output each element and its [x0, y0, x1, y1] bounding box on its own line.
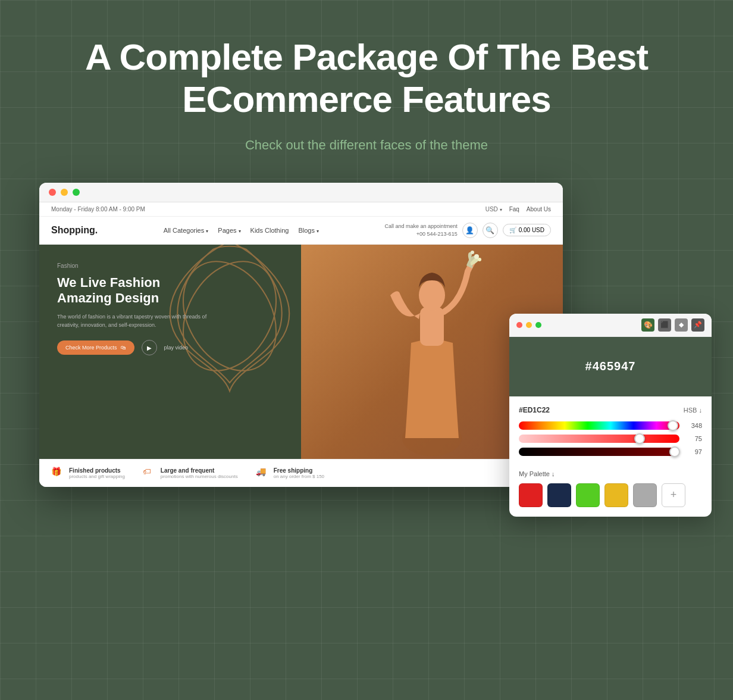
- site-navbar: Shopping. All Categories ▾ Pages ▾ Kids …: [39, 217, 563, 245]
- color-picker-topbar: 🎨 ⬛ ◆ 📌: [509, 314, 712, 337]
- color-picker-popup: 🎨 ⬛ ◆ 📌 #465947 #ED1C22 HSB ↓: [509, 314, 712, 517]
- bag-icon: 🛍: [121, 345, 126, 351]
- cp-top-icons: 🎨 ⬛ ◆ 📌: [641, 318, 704, 332]
- cart-amount: 0.00 USD: [519, 227, 544, 233]
- tag-icon: 🏷: [143, 467, 156, 480]
- picker-header: #ED1C22 HSB ↓: [519, 406, 702, 414]
- site-logo[interactable]: Shopping.: [51, 225, 98, 236]
- footer-text-1: Large and frequent promotions with numer…: [161, 467, 238, 479]
- faq-link[interactable]: Faq: [509, 206, 519, 212]
- swatch-green[interactable]: [576, 483, 600, 507]
- browser-window: Monday - Friday 8:00 AM - 9:00 PM USD ▾ …: [39, 183, 563, 487]
- palette-swatches: +: [519, 483, 702, 507]
- svg-point-2: [419, 280, 445, 311]
- swatch-yellow[interactable]: [604, 483, 628, 507]
- page-subtitle: Check out the different faces of the the…: [24, 138, 709, 153]
- swatch-navy[interactable]: [547, 483, 571, 507]
- footer-text-0: Finished products products and gift wrap…: [69, 467, 125, 479]
- add-swatch-button[interactable]: +: [662, 483, 685, 507]
- currency-arrow: ▾: [500, 207, 502, 212]
- play-video-label: play video: [164, 345, 189, 351]
- eyedropper-icon[interactable]: 🎨: [641, 318, 654, 332]
- brightness-slider-row: 97: [519, 448, 702, 456]
- svg-point-3: [474, 254, 479, 259]
- site-contact: Call and make an appointment +00 544-213…: [385, 223, 458, 238]
- svg-point-4: [471, 251, 474, 254]
- truck-icon: 🚚: [256, 467, 269, 480]
- currency-selector[interactable]: USD ▾: [485, 206, 502, 212]
- cp-dot-red[interactable]: [516, 322, 522, 328]
- footer-item-0: 🎁 Finished products products and gift wr…: [51, 467, 125, 480]
- hero-description: The world of fashion is a vibrant tapest…: [57, 313, 224, 329]
- browser-container: Monday - Friday 8:00 AM - 9:00 PM USD ▾ …: [39, 183, 694, 487]
- palette-header[interactable]: My Palette ↓: [519, 470, 702, 477]
- site-right: Call and make an appointment +00 544-213…: [385, 223, 551, 238]
- hero-heading: We Live Fashion Amazing Design: [57, 275, 283, 307]
- site-nav-links: All Categories ▾ Pages ▾ Kids Clothing B…: [164, 227, 319, 234]
- hero-left: Fashion We Live Fashion Amazing Design T…: [39, 245, 301, 459]
- brightness-value: 97: [685, 448, 702, 455]
- cart-button[interactable]: 🛒 0.00 USD: [503, 224, 551, 236]
- brightness-thumb[interactable]: [669, 446, 680, 457]
- saturation-slider-row: 75: [519, 435, 702, 443]
- cp-dot-green[interactable]: [535, 322, 541, 328]
- svg-point-5: [478, 258, 481, 261]
- saturation-thumb[interactable]: [634, 433, 645, 444]
- browser-dot-green[interactable]: [73, 189, 80, 196]
- search-icon-btn[interactable]: 🔍: [483, 223, 498, 238]
- play-button[interactable]: ▶: [142, 340, 157, 355]
- layers-icon[interactable]: ⬛: [658, 318, 671, 332]
- browser-dot-red[interactable]: [49, 189, 56, 196]
- site-topbar: Monday - Friday 8:00 AM - 9:00 PM USD ▾ …: [39, 202, 563, 217]
- cp-dot-yellow[interactable]: [526, 322, 532, 328]
- check-more-products-button[interactable]: Check More Products 🛍: [57, 340, 134, 355]
- topbar-right: USD ▾ Faq About Us: [485, 206, 551, 212]
- browser-bar: [39, 183, 563, 202]
- nav-blogs[interactable]: Blogs ▾: [298, 227, 319, 234]
- site-hero: Fashion We Live Fashion Amazing Design T…: [39, 245, 563, 459]
- site-footer-bar: 🎁 Finished products products and gift wr…: [39, 459, 563, 487]
- swatch-red[interactable]: [519, 483, 543, 507]
- hero-figure-svg: [366, 248, 497, 456]
- footer-item-1: 🏷 Large and frequent promotions with num…: [143, 467, 238, 480]
- footer-item-2: 🚚 Free shipping on any order from $ 150: [256, 467, 324, 480]
- picker-mode-selector[interactable]: HSB ↓: [684, 407, 702, 414]
- saturation-slider[interactable]: [519, 435, 679, 443]
- gift-icon: 🎁: [51, 467, 64, 480]
- cart-icon: 🛒: [509, 227, 516, 233]
- nav-all-categories[interactable]: All Categories ▾: [164, 227, 209, 234]
- nav-kids-clothing[interactable]: Kids Clothing: [250, 227, 289, 234]
- pin-icon[interactable]: 📌: [691, 318, 704, 332]
- palette-section: My Palette ↓ +: [509, 470, 712, 517]
- hue-value: 348: [685, 422, 702, 429]
- about-link[interactable]: About Us: [527, 206, 551, 212]
- brightness-slider[interactable]: [519, 448, 679, 456]
- shapes-icon[interactable]: ◆: [675, 318, 688, 332]
- user-icon-btn[interactable]: 👤: [462, 223, 478, 238]
- page-title: A Complete Package Of The Best ECommerce…: [24, 36, 709, 121]
- color-display-area: #465947: [509, 337, 712, 396]
- hero-actions: Check More Products 🛍 ▶ play video: [57, 340, 283, 355]
- hue-slider-row: 348: [519, 421, 702, 430]
- footer-text-2: Free shipping on any order from $ 150: [274, 467, 324, 479]
- hue-thumb[interactable]: [668, 420, 678, 431]
- nav-pages[interactable]: Pages ▾: [218, 227, 240, 234]
- hue-slider[interactable]: [519, 421, 679, 430]
- browser-dot-yellow[interactable]: [61, 189, 68, 196]
- swatch-gray[interactable]: [633, 483, 657, 507]
- topbar-hours: Monday - Friday 8:00 AM - 9:00 PM: [51, 206, 145, 212]
- picker-hex-value: #ED1C22: [519, 406, 550, 414]
- color-display-hex: #465947: [585, 360, 636, 373]
- color-picker-sliders: #ED1C22 HSB ↓ 348 75: [509, 396, 712, 470]
- saturation-value: 75: [685, 435, 702, 442]
- hero-category: Fashion: [57, 262, 283, 269]
- svg-rect-1: [420, 307, 444, 346]
